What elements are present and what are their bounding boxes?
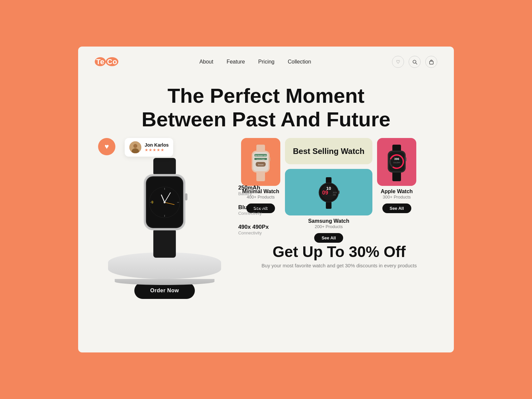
svg-point-20 [164,201,166,203]
review-info: Jon Karlos ★★★★★ [145,142,169,152]
svg-line-1 [416,63,417,64]
nav-about[interactable]: About [200,59,213,65]
svg-rect-6 [153,158,176,176]
svg-text:love for Ralph: love for Ralph [257,158,265,160]
hero-heading: The Perfect Moment Between Past And Futu… [98,84,434,131]
page-wrapper: TeCo About Feature Pricing Collection ♡ [78,47,454,352]
spec-bluetooth: Bluetooth:5.0 Connectivity [238,204,274,216]
watch-pedestal: 9 250mAh Battery Bluetooth:5.0 Connectiv… [95,158,234,279]
apple-watch-see-all[interactable]: See All [382,203,411,213]
promo-title: Get Up To 30% Off [258,243,421,261]
logo-text-before: Te [95,57,106,66]
svg-text:Get flowers and: Get flowers and [255,155,266,157]
middle-col-cards: Best Selling Watch [285,138,372,243]
hero-title-section: The Perfect Moment Between Past And Futu… [78,77,454,135]
svg-text:9: 9 [151,200,153,204]
reviewer-name: Jon Karlos [145,142,169,148]
svg-rect-2 [430,61,433,64]
specs-section: 250mAh Battery Bluetooth:5.0 Connectivit… [238,185,274,235]
samsung-watch-card: 10 09 20:31 15m Samsung Watch 20 [285,169,372,243]
svg-rect-33 [269,157,270,161]
svg-rect-53 [405,157,406,161]
svg-text:CAL/DAY: CAL/DAY [393,162,401,164]
promo-subtitle: Buy your most favorite watch and get 30%… [258,263,421,268]
svg-text:Snooze: Snooze [258,164,264,166]
svg-rect-24 [256,171,265,181]
svg-rect-34 [326,177,332,183]
right-col-cards: 396 CAL/DAY Apple Watch 300+ Products Se… [377,138,416,213]
bag-icon[interactable] [425,56,437,68]
nav-collection[interactable]: Collection [288,59,311,65]
heart-badge[interactable]: ♥ [98,138,115,155]
svg-text:20:31: 20:31 [333,192,337,194]
heart-icon[interactable]: ♡ [392,56,404,68]
promo-section: Get Up To 30% Off Buy your most favorite… [241,243,437,278]
watch-image: 9 [125,158,204,259]
svg-rect-7 [153,228,176,257]
reviewer-stars: ★★★★★ [145,148,169,152]
samsung-watch-thumbnail: 10 09 20:31 15m [285,169,372,215]
minimal-watch-thumbnail: Get flowers and love for Ralph Snooze [241,138,280,186]
apple-watch-card: 396 CAL/DAY Apple Watch 300+ Products Se… [377,138,416,213]
search-icon[interactable] [409,56,421,68]
svg-point-4 [133,144,137,148]
logo-highlight: Co [106,57,118,66]
spec-battery: 250mAh Battery [238,185,274,196]
samsung-watch-see-all[interactable]: See All [314,233,343,243]
spec-resolution: 490x 490Px Connectivity [238,224,274,235]
svg-rect-46 [392,171,401,181]
watch-display: ♥ Jon Karlos ★★★★★ [95,138,234,299]
svg-text:396: 396 [394,157,399,161]
svg-rect-44 [338,191,339,194]
samsung-watch-info: Samsung Watch 200+ Products [308,218,349,229]
reviewer-avatar [129,141,141,153]
navigation: About Feature Pricing Collection [200,59,311,65]
review-card: Jon Karlos ★★★★★ [125,138,173,157]
logo: TeCo [95,58,118,66]
apple-watch-info: Apple Watch 300+ Products [381,189,413,200]
svg-rect-35 [326,202,332,209]
header: TeCo About Feature Pricing Collection ♡ [78,47,454,77]
nav-feature[interactable]: Feature [226,59,245,65]
svg-text:09: 09 [322,190,328,196]
main-content: ♥ Jon Karlos ★★★★★ [78,135,454,309]
header-icons: ♡ [392,56,437,68]
nav-pricing[interactable]: Pricing [258,59,275,65]
svg-rect-22 [185,193,188,200]
svg-text:15m: 15m [333,194,336,196]
best-selling-card: Best Selling Watch [285,138,372,164]
apple-watch-thumbnail: 396 CAL/DAY [377,138,416,186]
best-selling-text: Best Selling Watch [293,146,364,156]
